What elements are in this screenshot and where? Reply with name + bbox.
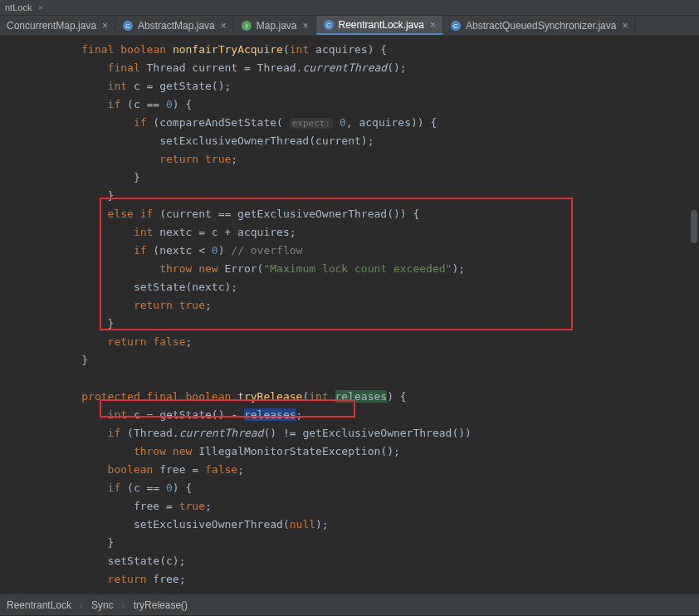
svg-text:C: C [326,22,331,29]
code-line[interactable]: boolean free = false; [17,461,699,479]
code-line[interactable]: } [17,187,699,205]
editor-tab[interactable]: CReentrantLock.java× [316,16,443,35]
tab-label: ReentrantLock.java [339,19,424,31]
code-line[interactable]: return false; [17,333,699,351]
code-line[interactable]: return true; [17,150,699,169]
editor-tab[interactable]: ConcurrentMap.java× [0,16,115,35]
code-line[interactable]: if (c == 0) { [17,479,699,497]
code-line[interactable]: int c = getState() - releases; [17,406,699,424]
breadcrumb-separator-icon: › [80,599,83,611]
code-line[interactable]: setExclusiveOwnerThread(null); [17,516,699,534]
java-file-icon: C [450,20,462,32]
parameter-hint: expect: [290,118,333,129]
java-file-icon: C [323,19,335,31]
code-line[interactable]: final boolean nonfairTryAcquire(int acqu… [17,41,699,59]
svg-text:I: I [246,22,247,30]
matching-identifier: releases [335,390,388,403]
breadcrumb-separator-icon: › [122,599,125,611]
tab-label: ConcurrentMap.java [7,20,96,32]
window-title-close-icon[interactable]: × [37,2,42,12]
scrollbar-thumb[interactable] [691,210,697,243]
code-line[interactable]: free = true; [17,497,699,516]
code-line[interactable]: if (Thread.currentThread() != getExclusi… [17,424,699,442]
svg-text:C: C [453,22,458,30]
tab-close-icon[interactable]: × [622,20,628,32]
tab-label: AbstractMap.java [138,20,215,32]
code-line[interactable]: throw new Error("Maximum lock count exce… [17,260,699,278]
code-editor[interactable]: final boolean nonfairTryAcquire(int acqu… [0,36,699,594]
tab-close-icon[interactable]: × [303,20,309,32]
code-line[interactable]: setExclusiveOwnerThread(current); [17,132,699,150]
code-line[interactable]: throw new IllegalMonitorStateException()… [17,442,699,461]
breadcrumb-bar: ReentrantLock › Sync › tryRelease() [0,594,699,615]
window-title-bar: ntLock × [0,0,699,16]
breadcrumb-item[interactable]: tryRelease() [134,599,188,611]
java-file-icon: I [241,20,252,32]
tab-close-icon[interactable]: × [430,19,436,31]
code-line[interactable]: if (c == 0) { [17,95,699,114]
code-line[interactable]: return free; [17,570,699,589]
code-line[interactable]: } [17,351,699,369]
tab-label: AbstractQueuedSynchronizer.java [466,20,616,32]
code-line[interactable]: return true; [17,296,699,315]
code-line[interactable]: if (compareAndSetState( expect: 0, acqui… [17,114,699,132]
tab-close-icon[interactable]: × [102,20,108,32]
breadcrumb-item[interactable]: Sync [91,599,114,611]
tab-close-icon[interactable]: × [221,20,227,32]
code-line[interactable]: setState(c); [17,552,699,570]
code-line[interactable]: } [17,169,699,187]
java-file-icon: C [122,20,134,32]
editor-tabs: ConcurrentMap.java×CAbstractMap.java×IMa… [0,16,699,36]
code-line[interactable]: if (nextc < 0) // overflow [17,242,699,260]
editor-tab[interactable]: IMap.java× [234,16,316,35]
svg-text:C: C [125,22,130,30]
code-line[interactable]: int c = getState(); [17,77,699,95]
scrollbar-track[interactable] [691,61,697,569]
code-line[interactable]: } [17,315,699,333]
code-line[interactable] [17,369,699,388]
tab-label: Map.java [257,20,297,32]
selected-identifier[interactable]: releases [244,408,296,421]
code-line[interactable]: final Thread current = Thread.currentThr… [17,59,699,77]
editor-tab[interactable]: CAbstractQueuedSynchronizer.java× [443,16,635,35]
editor-tab[interactable]: CAbstractMap.java× [115,16,234,35]
window-title-text: ntLock [5,2,32,12]
code-line[interactable]: } [17,534,699,552]
code-line[interactable]: else if (current == getExclusiveOwnerThr… [17,205,699,223]
code-line[interactable]: setState(nextc); [17,278,699,296]
code-container[interactable]: final boolean nonfairTryAcquire(int acqu… [17,41,699,589]
breadcrumb-item[interactable]: ReentrantLock [7,599,71,611]
code-line[interactable]: int nextc = c + acquires; [17,223,699,242]
code-line[interactable]: protected final boolean tryRelease(int r… [17,388,699,406]
